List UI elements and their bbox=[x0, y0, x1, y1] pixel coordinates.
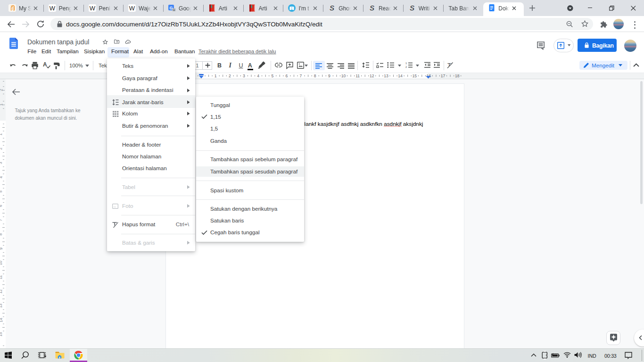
svg-text:11: 11 bbox=[0, 275, 3, 279]
svg-text:1: 1 bbox=[0, 103, 3, 106]
svg-text:5: 5 bbox=[0, 190, 3, 193]
svg-text:4: 4 bbox=[257, 74, 259, 78]
svg-text:2: 2 bbox=[0, 89, 3, 91]
svg-text:2: 2 bbox=[0, 148, 3, 150]
svg-text:10: 10 bbox=[0, 261, 3, 265]
svg-text:13: 13 bbox=[0, 304, 3, 308]
svg-text:7: 7 bbox=[300, 74, 302, 78]
svg-text:3: 3 bbox=[243, 74, 245, 78]
svg-text:11: 11 bbox=[355, 74, 360, 78]
svg-text:17: 17 bbox=[441, 74, 446, 78]
svg-text:18: 18 bbox=[455, 74, 460, 78]
svg-text:10: 10 bbox=[341, 74, 346, 78]
svg-text:6: 6 bbox=[0, 205, 3, 207]
svg-text:12: 12 bbox=[0, 289, 3, 294]
svg-text:8: 8 bbox=[0, 233, 3, 236]
svg-text:1: 1 bbox=[0, 133, 3, 135]
svg-text:14: 14 bbox=[0, 318, 3, 322]
svg-text:5: 5 bbox=[271, 74, 273, 78]
svg-text:9: 9 bbox=[328, 74, 330, 78]
svg-text:8: 8 bbox=[314, 74, 316, 78]
svg-text:3: 3 bbox=[0, 162, 3, 164]
svg-text:1: 1 bbox=[215, 74, 217, 78]
svg-text:6: 6 bbox=[286, 74, 288, 78]
svg-text:12: 12 bbox=[370, 74, 374, 78]
svg-text:15: 15 bbox=[0, 332, 3, 337]
svg-text:15: 15 bbox=[412, 74, 417, 78]
svg-text:9: 9 bbox=[0, 247, 3, 250]
svg-text:4: 4 bbox=[0, 176, 3, 178]
svg-text:2: 2 bbox=[229, 74, 231, 78]
